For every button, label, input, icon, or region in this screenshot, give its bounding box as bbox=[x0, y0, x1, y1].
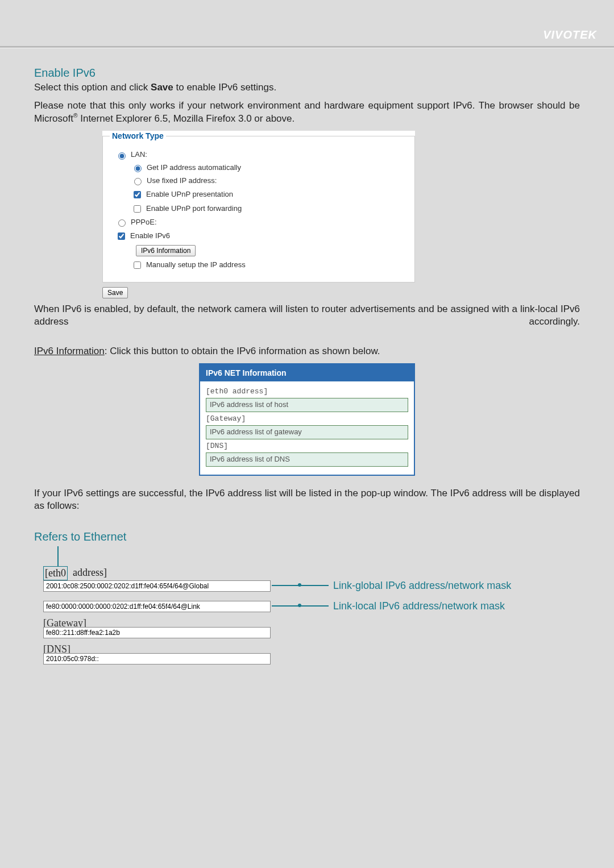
dns-address-field bbox=[43, 653, 271, 665]
brand-logo: VIVOTEK bbox=[543, 28, 597, 41]
upnp-port-fwd-label: Enable UPnP port forwarding bbox=[146, 204, 242, 214]
ipv6-info-rest: : Click this button to obtain the IPv6 i… bbox=[105, 346, 380, 356]
eth0-connector-line bbox=[57, 546, 59, 567]
popup-gateway-field: IPv6 address list of gateway bbox=[206, 425, 408, 439]
p2-b: Internet Explorer 6.5, Mozilla Firefox 3… bbox=[77, 113, 294, 124]
lan-label: LAN: bbox=[131, 150, 147, 160]
paragraph-browser-req: Please note that this only works if your… bbox=[34, 99, 580, 125]
section-heading-enable-ipv6: Enable IPv6 bbox=[34, 65, 580, 80]
paragraph-intro: Select this option and click Save to ena… bbox=[34, 81, 580, 94]
global-address-field bbox=[43, 580, 271, 592]
callout-link-text: Link-local IPv6 address/network mask bbox=[333, 600, 505, 613]
get-ip-auto-label: Get IP address automatically bbox=[147, 163, 241, 173]
ipv6-info-underline: IPv6 Information bbox=[34, 346, 105, 356]
header-divider bbox=[0, 46, 614, 48]
network-type-panel: Network Type LAN: Get IP address automat… bbox=[102, 131, 415, 283]
pppoe-label: PPPoE: bbox=[131, 218, 157, 227]
lan-radio[interactable] bbox=[118, 152, 126, 160]
popup-dns-field: IPv6 address list of DNS bbox=[206, 452, 408, 467]
upnp-presentation-label: Enable UPnP presentation bbox=[146, 190, 233, 200]
save-button[interactable]: Save bbox=[102, 287, 128, 298]
page-footer: User's Manual - 39 bbox=[0, 724, 614, 868]
callout-dot-link bbox=[298, 604, 301, 607]
paragraph-ipv6-success: If your IPv6 settings are successful, th… bbox=[34, 487, 580, 512]
link-address-field bbox=[43, 601, 271, 612]
ipv6-address-diagram: [eth0 address] [Gateway] [DNS] Link-glob… bbox=[43, 547, 580, 690]
ipv6-information-button[interactable]: IPv6 Information bbox=[136, 245, 196, 256]
network-type-legend: Network Type bbox=[110, 131, 166, 141]
get-ip-auto-radio[interactable] bbox=[134, 165, 142, 172]
eth0-address-label: address] bbox=[73, 566, 107, 579]
save-word: Save bbox=[151, 82, 173, 93]
manual-ip-label: Manually setup the IP address bbox=[146, 260, 246, 270]
popup-gateway-label: [Gateway] bbox=[206, 414, 408, 424]
popup-dns-label: [DNS] bbox=[206, 442, 408, 451]
p1-a: Select this option and click bbox=[34, 82, 151, 93]
upnp-port-fwd-checkbox[interactable] bbox=[134, 205, 141, 213]
gateway-address-field bbox=[43, 627, 271, 638]
callout-global-text: Link-global IPv6 address/network mask bbox=[333, 579, 511, 592]
ipv6-popup-title: IPv6 NET Information bbox=[200, 364, 414, 381]
ipv6-info-line: IPv6 Information: Click this button to o… bbox=[34, 345, 580, 358]
upnp-presentation-checkbox[interactable] bbox=[134, 191, 141, 198]
manual-ip-checkbox[interactable] bbox=[134, 261, 141, 269]
use-fixed-ip-label: Use fixed IP address: bbox=[147, 176, 217, 186]
eth0-boxed-label: [eth0 bbox=[43, 566, 68, 580]
p1-c: to enable IPv6 settings. bbox=[173, 82, 276, 93]
use-fixed-ip-radio[interactable] bbox=[134, 178, 142, 185]
popup-eth0-field: IPv6 address list of host bbox=[206, 398, 408, 412]
popup-eth0-label: [eth0 address] bbox=[206, 387, 408, 397]
enable-ipv6-label: Enable IPv6 bbox=[130, 231, 170, 241]
enable-ipv6-checkbox[interactable] bbox=[118, 232, 125, 240]
refers-to-ethernet-heading: Refers to Ethernet bbox=[34, 529, 580, 544]
ipv6-net-info-popup: IPv6 NET Information [eth0 address] IPv6… bbox=[199, 363, 415, 476]
pppoe-radio[interactable] bbox=[118, 219, 126, 227]
paragraph-ipv6-enabled: When IPv6 is enabled, by default, the ne… bbox=[34, 303, 580, 328]
callout-dot-global bbox=[298, 583, 301, 587]
